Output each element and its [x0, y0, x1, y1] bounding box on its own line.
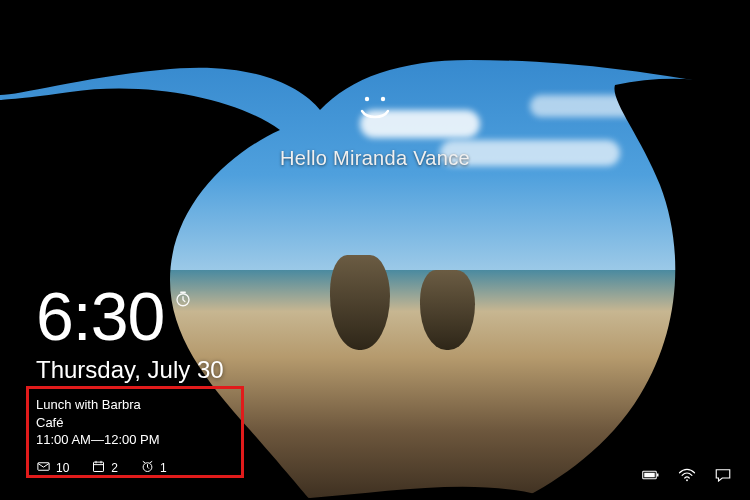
battery-icon[interactable] — [642, 468, 660, 486]
calendar-icon — [91, 459, 106, 477]
clock-date: Thursday, July 30 — [36, 356, 224, 384]
clock-icon — [174, 290, 192, 312]
alarm-icon — [140, 459, 155, 477]
lock-screen[interactable]: Hello Miranda Vance 6:30 Thursday, July … — [0, 0, 750, 500]
svg-rect-8 — [644, 473, 655, 478]
wallpaper-cloud — [360, 110, 480, 138]
svg-point-9 — [686, 479, 688, 481]
mail-status[interactable]: 10 — [36, 459, 69, 477]
calendar-count: 2 — [111, 461, 118, 475]
wifi-icon[interactable] — [678, 468, 696, 486]
action-center-icon[interactable] — [714, 468, 732, 486]
calendar-status[interactable]: 2 — [91, 459, 118, 477]
svg-rect-7 — [657, 474, 659, 477]
mail-count: 10 — [56, 461, 69, 475]
calendar-event-time: 11:00 AM—12:00 PM — [36, 431, 224, 449]
calendar-event-location: Café — [36, 414, 224, 432]
calendar-event-title: Lunch with Barbra — [36, 396, 224, 414]
wallpaper-cloud — [440, 140, 620, 166]
alarm-count: 1 — [160, 461, 167, 475]
system-tray — [642, 468, 732, 486]
clock-block: 6:30 Thursday, July 30 — [36, 282, 224, 384]
lockscreen-detail-widget[interactable]: Lunch with Barbra Café 11:00 AM—12:00 PM… — [26, 388, 236, 487]
clock-time: 6:30 — [36, 282, 164, 350]
alarm-status[interactable]: 1 — [140, 459, 167, 477]
wallpaper-cloud — [530, 95, 640, 117]
quick-status-row: 10 2 — [36, 459, 224, 477]
svg-rect-4 — [94, 462, 104, 471]
mail-icon — [36, 459, 51, 477]
svg-rect-3 — [38, 462, 49, 470]
